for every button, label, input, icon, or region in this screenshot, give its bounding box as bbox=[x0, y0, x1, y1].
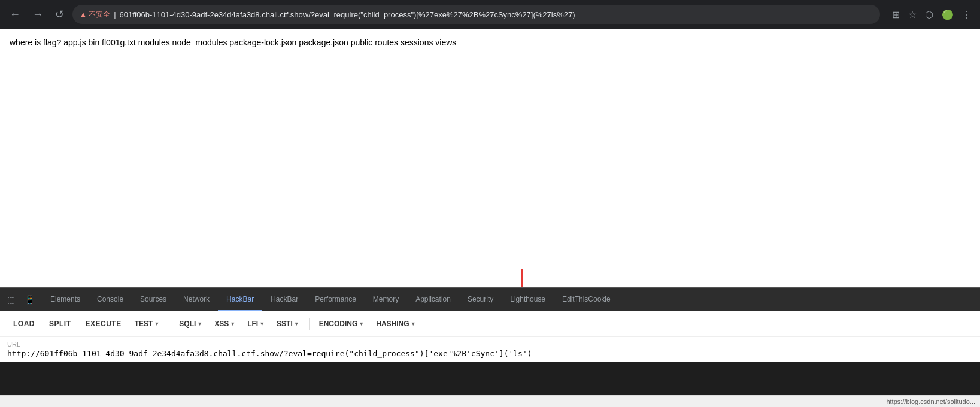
menu-icon[interactable]: ⋮ bbox=[960, 7, 974, 23]
bookmark-icon[interactable]: ☆ bbox=[906, 7, 919, 23]
split-button[interactable]: SPLIT bbox=[43, 316, 77, 332]
url-value[interactable]: http://601ff06b-1101-4d30-9adf-2e34d4afa… bbox=[7, 349, 973, 358]
browser-chrome: ← → ↺ ▲ 不安全 | 601ff06b-1101-4d30-9adf-2e… bbox=[0, 0, 980, 29]
forward-button[interactable]: → bbox=[29, 6, 47, 23]
url-separator: | bbox=[114, 10, 116, 19]
tab-performance[interactable]: Performance bbox=[307, 288, 365, 311]
hashing-dropdown-arrow: ▼ bbox=[411, 321, 416, 327]
address-bar[interactable]: ▲ 不安全 | 601ff06b-1101-4d30-9adf-2e34d4af… bbox=[72, 5, 880, 24]
status-hint: https://blog.csdn.net/solitudo... bbox=[886, 398, 975, 405]
ssti-dropdown[interactable]: SSTI ▼ bbox=[272, 316, 304, 332]
url-display: 601ff06b-1101-4d30-9adf-2e34d4afa3d8.cha… bbox=[120, 10, 575, 19]
sqli-dropdown-arrow: ▼ bbox=[197, 321, 202, 327]
devtools-panel: ⬚ 📱 Elements Console Sources Network Hac… bbox=[0, 287, 980, 407]
hackbar-toolbar: LOAD SPLIT EXECUTE TEST ▼ SQLI ▼ XSS ▼ L… bbox=[0, 311, 980, 336]
load-button[interactable]: LOAD bbox=[7, 316, 41, 332]
separator-1 bbox=[169, 318, 169, 330]
test-dropdown-arrow: ▼ bbox=[154, 321, 159, 327]
test-dropdown[interactable]: TEST ▼ bbox=[130, 316, 165, 332]
inspect-icon[interactable]: ⬚ bbox=[5, 293, 17, 307]
tab-console[interactable]: Console bbox=[89, 288, 132, 311]
tab-hackbar[interactable]: HackBar bbox=[218, 288, 262, 311]
tab-elements[interactable]: Elements bbox=[42, 288, 89, 311]
extension-icon[interactable]: ⬡ bbox=[923, 7, 936, 23]
devtools-tab-bar: ⬚ 📱 Elements Console Sources Network Hac… bbox=[0, 288, 980, 311]
tab-sources[interactable]: Sources bbox=[132, 288, 175, 311]
tab-network[interactable]: Network bbox=[175, 288, 218, 311]
profile-icon[interactable]: 🟢 bbox=[939, 7, 956, 23]
tab-hackbar2[interactable]: HackBar bbox=[262, 288, 307, 311]
translate-icon[interactable]: ⊞ bbox=[890, 7, 902, 23]
device-icon[interactable]: 📱 bbox=[22, 293, 37, 307]
directory-listing: where is flag? app.js bin fl001g.txt mod… bbox=[10, 36, 970, 49]
devtools-icons: ⬚ 📱 bbox=[5, 293, 37, 307]
encoding-dropdown[interactable]: ENCODING ▼ bbox=[314, 316, 369, 332]
lfi-dropdown[interactable]: LFI ▼ bbox=[242, 316, 269, 332]
insecure-indicator: ▲ 不安全 bbox=[80, 10, 110, 20]
reload-button[interactable]: ↺ bbox=[51, 5, 68, 23]
back-button[interactable]: ← bbox=[6, 6, 24, 23]
status-bar: https://blog.csdn.net/solitudo... bbox=[0, 395, 980, 407]
execute-button[interactable]: EXECUTE bbox=[80, 316, 128, 332]
browser-actions: ⊞ ☆ ⬡ 🟢 ⋮ bbox=[890, 7, 974, 23]
lfi-dropdown-arrow: ▼ bbox=[259, 321, 265, 327]
xss-dropdown-arrow: ▼ bbox=[230, 321, 235, 327]
tab-lighthouse[interactable]: Lighthouse bbox=[502, 288, 554, 311]
page-content: where is flag? app.js bin fl001g.txt mod… bbox=[0, 29, 980, 280]
sqli-dropdown[interactable]: SQLI ▼ bbox=[174, 316, 207, 332]
hackbar-url-section: URL http://601ff06b-1101-4d30-9adf-2e34d… bbox=[0, 336, 980, 362]
tab-editthiscookie[interactable]: EditThisCookie bbox=[554, 288, 619, 311]
url-label: URL bbox=[7, 341, 973, 348]
separator-2 bbox=[309, 318, 310, 330]
hashing-dropdown[interactable]: HASHING ▼ bbox=[371, 316, 420, 332]
tab-memory[interactable]: Memory bbox=[365, 288, 407, 311]
ssti-dropdown-arrow: ▼ bbox=[294, 321, 299, 327]
encoding-dropdown-arrow: ▼ bbox=[359, 321, 364, 327]
xss-dropdown[interactable]: XSS ▼ bbox=[210, 316, 240, 332]
tab-security[interactable]: Security bbox=[459, 288, 502, 311]
tab-application[interactable]: Application bbox=[407, 288, 459, 311]
